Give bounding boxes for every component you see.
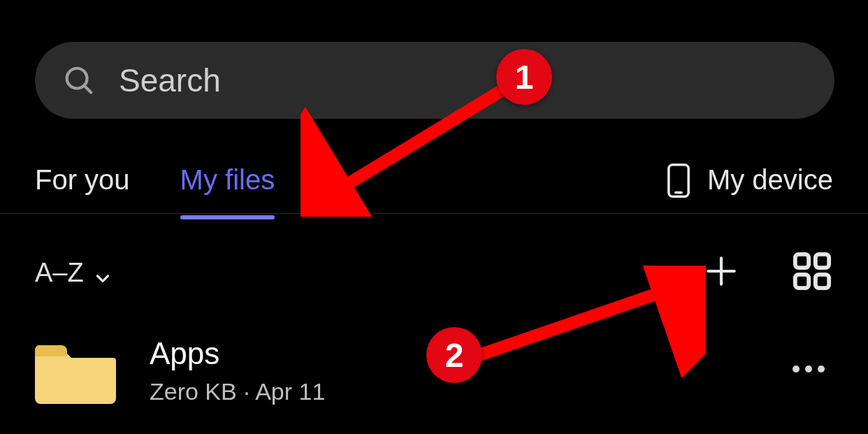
view-grid-button[interactable] [791,252,833,294]
folder-icon [35,337,116,404]
svg-point-11 [805,366,812,372]
my-device-button[interactable]: My device [667,163,833,198]
sort-button[interactable]: A–Z [35,258,112,288]
chevron-down-icon [94,263,112,282]
search-icon [63,64,95,96]
tab-for-you[interactable]: For you [35,156,130,204]
svg-rect-8 [795,275,809,288]
dots-horizontal-icon [791,364,826,377]
add-button[interactable] [700,252,742,294]
svg-rect-6 [795,254,809,268]
tabs-row: For you My files My device [0,147,868,214]
files-toolbar: A–Z [0,238,868,308]
search-input[interactable] [119,62,834,99]
annotation-badge-1: 1 [496,49,552,105]
file-meta: Zero KB · Apr 11 [150,378,784,405]
grid-icon [792,251,832,294]
svg-rect-9 [816,275,829,288]
sort-label: A–Z [35,258,84,288]
svg-line-1 [85,86,92,93]
annotation-badge-2: 2 [426,327,482,383]
svg-point-10 [793,366,800,372]
svg-rect-7 [816,254,829,268]
plus-icon [704,254,739,291]
tab-my-files[interactable]: My files [180,156,275,204]
my-device-label: My device [707,164,833,196]
phone-icon [667,163,690,198]
svg-point-12 [818,366,825,372]
search-bar[interactable] [35,42,834,119]
more-options-button[interactable] [784,364,833,377]
